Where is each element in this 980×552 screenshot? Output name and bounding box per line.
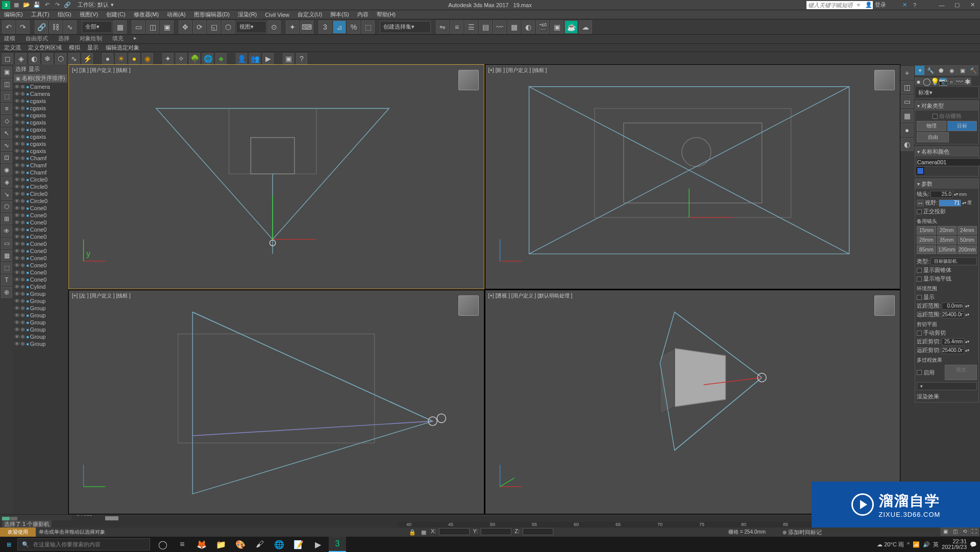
fov-input[interactable]: [939, 199, 961, 207]
render-setup-button[interactable]: 🎬: [536, 20, 549, 34]
lt-5[interactable]: ◇: [1, 115, 12, 127]
show-horizon-check[interactable]: [917, 277, 922, 282]
window-select-icon[interactable]: ◫: [146, 20, 159, 34]
lt-7[interactable]: ∿: [1, 140, 12, 151]
scene-item[interactable]: 👁❄■Cone0: [13, 269, 68, 276]
scene-item[interactable]: 👁❄■cgaxis: [13, 119, 68, 126]
rt-5[interactable]: ●: [900, 123, 914, 137]
lt-18[interactable]: T: [1, 274, 12, 286]
menu-group[interactable]: 组(G): [58, 11, 71, 18]
lt-17[interactable]: ⬚: [1, 262, 12, 273]
new-icon[interactable]: ▦: [12, 1, 20, 9]
firefox-icon[interactable]: 🦊: [193, 537, 210, 552]
undo-icon[interactable]: ↶: [43, 1, 51, 9]
volume-icon[interactable]: 🔊: [923, 541, 930, 548]
sub-0[interactable]: 定义流: [4, 44, 21, 52]
workspace-dropdown[interactable]: 工作区: 默认: [78, 1, 109, 9]
enable-check[interactable]: [917, 370, 922, 375]
scene-item[interactable]: 👁❄■Group: [13, 333, 68, 340]
weather-widget[interactable]: ☁ 20°C 雨: [877, 541, 904, 548]
ortho-check[interactable]: [917, 209, 922, 214]
ref-coord-dropdown[interactable]: 视图 ▾: [236, 21, 266, 33]
mp-dropdown[interactable]: ▾: [917, 382, 977, 390]
a360-button[interactable]: ☁: [579, 20, 592, 34]
lt-4[interactable]: ≡: [1, 103, 12, 114]
redo-icon[interactable]: ↷: [53, 1, 61, 9]
scene-item[interactable]: 👁❄■Group: [13, 326, 68, 333]
close-button[interactable]: ✕: [965, 0, 980, 10]
compound-icon[interactable]: ◐: [29, 53, 40, 64]
person-icon[interactable]: 👤: [236, 53, 247, 64]
spinner-snap-toggle[interactable]: ⬚: [361, 20, 375, 34]
warps-icon[interactable]: 〰: [955, 78, 963, 85]
scene-item[interactable]: 👁❄■Camera: [13, 83, 68, 90]
lt-12[interactable]: ⬡: [1, 201, 12, 212]
tab-freeform[interactable]: 自由形式: [26, 35, 48, 43]
scene-item[interactable]: 👁❄■Cone0: [13, 205, 68, 212]
anim-icon[interactable]: ▶: [262, 53, 274, 64]
menu-customize[interactable]: 自定义(U): [298, 11, 322, 18]
ext-prim-icon[interactable]: ◈: [15, 53, 27, 64]
modify-tab[interactable]: 🔧: [925, 65, 936, 76]
schematic-button[interactable]: ▦: [507, 20, 521, 34]
scene-item[interactable]: 👁❄■Camera: [13, 90, 68, 97]
rotate-button[interactable]: ⟳: [193, 20, 206, 34]
target-camera-button[interactable]: 目标: [947, 121, 977, 131]
scene-item[interactable]: 👁❄■cgaxis: [13, 112, 68, 119]
select-button[interactable]: ▦: [113, 20, 127, 34]
notifications-icon[interactable]: 💬: [970, 541, 977, 548]
manip-button[interactable]: ✦: [286, 20, 299, 34]
open-icon[interactable]: 📂: [22, 1, 31, 9]
scene-item[interactable]: 👁❄■cgaxis: [13, 126, 68, 133]
lt-8[interactable]: ⊡: [1, 152, 12, 163]
menu-tools[interactable]: 工具(T): [31, 11, 50, 18]
start-button[interactable]: ⊞: [0, 537, 17, 552]
lt-19[interactable]: ⊕: [1, 287, 12, 298]
crossing-select-icon[interactable]: ▣: [160, 20, 174, 34]
grass-icon[interactable]: ♣: [215, 53, 227, 64]
scene-item[interactable]: 👁❄■Cone0: [13, 212, 68, 219]
lens-preset-135mm[interactable]: 135mm: [937, 245, 957, 254]
utilities-tab[interactable]: 🔨: [968, 65, 978, 76]
lt-16[interactable]: ▦: [1, 250, 12, 261]
clip-far-input[interactable]: [942, 347, 964, 354]
particles-icon[interactable]: ❄: [42, 53, 53, 64]
x-coord-input[interactable]: [439, 528, 470, 535]
camera-name-input[interactable]: [917, 158, 980, 166]
angle-snap-toggle[interactable]: ⊿: [333, 20, 346, 34]
shapes-icon[interactable]: ◯: [923, 78, 930, 85]
nurbs-icon[interactable]: ∿: [68, 53, 80, 64]
login-link[interactable]: 登录: [875, 1, 886, 9]
near-range-input[interactable]: [942, 303, 964, 310]
app1-icon[interactable]: 🎨: [232, 537, 249, 552]
scene-tab-display[interactable]: 显示: [29, 65, 40, 73]
scene-item[interactable]: 👁❄■cgaxis: [13, 140, 68, 147]
app4-icon[interactable]: ▶: [309, 537, 327, 552]
std-prim-icon[interactable]: ◻: [2, 53, 13, 64]
lens-preset-24mm[interactable]: 24mm: [958, 226, 977, 235]
menu-render[interactable]: 渲染(R): [238, 11, 257, 18]
light2-icon[interactable]: ●: [129, 53, 140, 64]
sub-2[interactable]: 模拟: [69, 44, 80, 52]
menu-help[interactable]: 帮助(H): [377, 11, 396, 18]
z-coord-input[interactable]: [523, 528, 553, 535]
network-icon[interactable]: 📶: [913, 541, 920, 548]
y-coord-input[interactable]: [481, 528, 511, 535]
menu-animation[interactable]: 动画(A): [167, 11, 186, 18]
scene-item[interactable]: 👁❄■Cone0: [13, 262, 68, 269]
redo-button[interactable]: ↷: [16, 20, 30, 34]
tab-modeling[interactable]: 建模: [4, 35, 15, 43]
menu-edit[interactable]: 编辑(E): [4, 11, 23, 18]
cameras-icon[interactable]: 📷: [939, 78, 947, 85]
menu-modifiers[interactable]: 修改器(M): [134, 11, 159, 18]
pivot-button[interactable]: ⊙: [267, 20, 281, 34]
scene-item[interactable]: 👁❄■Cone0: [13, 255, 68, 262]
sphere-icon[interactable]: ●: [102, 53, 113, 64]
keyboard-button[interactable]: ⌨: [300, 20, 313, 34]
lt-11[interactable]: ↘: [1, 189, 12, 200]
menu-graph[interactable]: 图形编辑器(D): [194, 11, 230, 18]
lens-input[interactable]: [930, 191, 953, 198]
app2-icon[interactable]: 🖌: [251, 537, 268, 552]
scene-item[interactable]: 👁❄■Circle0: [13, 183, 68, 190]
scene-item[interactable]: 👁❄■Cone0: [13, 247, 68, 255]
